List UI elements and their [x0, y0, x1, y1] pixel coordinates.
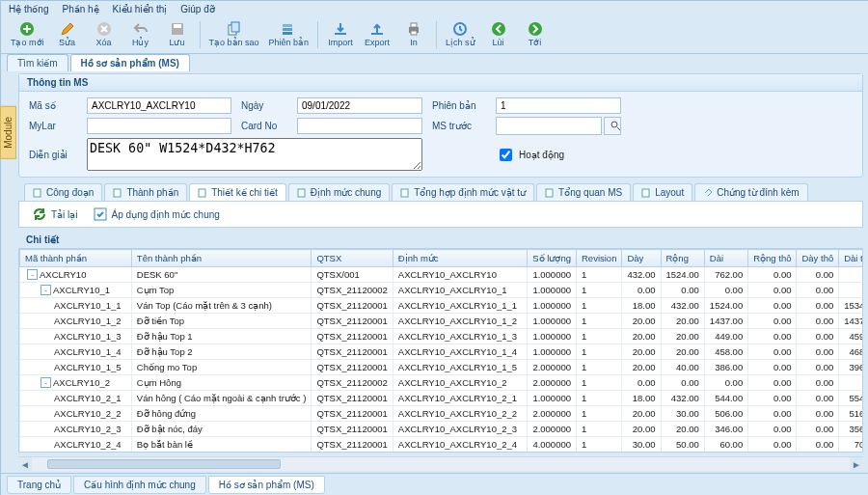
- tab-product[interactable]: Hồ sơ sản phẩm (MS): [70, 54, 190, 71]
- stack-icon: [281, 21, 296, 37]
- column-header[interactable]: Dày thô: [797, 250, 839, 267]
- tree-expander[interactable]: -: [41, 285, 51, 295]
- copy-button[interactable]: Tạo bản sao: [205, 19, 263, 49]
- subtabs: Công đoạn Thành phần Thiết kế chi tiết Đ…: [18, 183, 868, 201]
- column-header[interactable]: Mã thành phần: [20, 250, 132, 267]
- column-header[interactable]: Tên thành phần: [131, 250, 312, 267]
- subtab-dinhmuc[interactable]: Định mức chung: [288, 183, 390, 201]
- subtab-tongquan[interactable]: Tổng quan MS: [536, 183, 631, 201]
- subtab-chitiet[interactable]: Thiết kế chi tiết: [189, 183, 286, 201]
- table-row[interactable]: AXCLRY10_2_4Bọ bắt bàn lềQTSX_21120001AX…: [20, 437, 864, 453]
- cell-rev: 1: [577, 267, 622, 283]
- cell-ten: Đỡ bật nóc, đáy: [131, 422, 312, 437]
- menu-module[interactable]: Phần hệ: [62, 4, 98, 14]
- edit-button[interactable]: Sửa: [50, 19, 85, 49]
- cell-ma: AXCLRY10_2_3: [54, 424, 122, 434]
- input-maso[interactable]: [87, 97, 231, 114]
- cell-ma: AXCLRY10_1_2: [54, 316, 122, 326]
- clock-icon: [452, 21, 468, 37]
- top-tabstrip: Tìm kiếm Hồ sơ sản phẩm (MS): [1, 54, 868, 71]
- footer-tab-config[interactable]: Cấu hình định mức chung: [73, 476, 206, 494]
- subtab-layout[interactable]: Layout: [633, 183, 692, 201]
- detail-grid[interactable]: Mã thành phầnTên thành phầnQTSXĐịnh mứcS…: [18, 248, 863, 453]
- refresh-icon: [33, 207, 46, 221]
- doc-icon: [33, 188, 42, 198]
- column-header[interactable]: Định mức: [393, 250, 528, 267]
- table-row[interactable]: AXCLRY10_1_1Ván Top (Cáo mặt trên & 3 cạ…: [20, 298, 864, 314]
- input-mstruoc[interactable]: [496, 117, 602, 135]
- footer-tab-home[interactable]: Trang chủ: [7, 476, 71, 494]
- reload-button[interactable]: Tải lại: [33, 207, 78, 221]
- version-button[interactable]: Phiên bản: [265, 19, 313, 49]
- table-row[interactable]: -AXCLRY10DESK 60"QTSX/001AXCLRY10_AXCLRY…: [20, 267, 864, 283]
- doc-icon: [545, 188, 555, 198]
- table-row[interactable]: AXCLRY10_2_5Ván đáyQTSX_21120001AXCLRY10…: [20, 453, 864, 454]
- footer-tab-product[interactable]: Hồ sơ sản phẩm (MS): [208, 476, 325, 494]
- menu-view[interactable]: Kiểu hiển thị: [113, 4, 168, 14]
- export-button[interactable]: Export: [360, 19, 394, 49]
- cell-rev: 1: [577, 391, 622, 406]
- copy-icon: [227, 21, 242, 37]
- table-row[interactable]: AXCLRY10_2_1Ván hông ( Cáo mặt ngoài & c…: [20, 391, 864, 406]
- subtab-congdoan[interactable]: Công đoạn: [24, 183, 102, 201]
- column-header[interactable]: Rộng: [661, 250, 704, 267]
- svg-point-17: [611, 122, 617, 127]
- cell-qtsx: QTSX_21120001: [312, 453, 393, 454]
- scroll-thumb[interactable]: [47, 459, 281, 469]
- cell-ma: AXCLRY10_2_2: [54, 408, 122, 419]
- cell-qtsx: QTSX_21120001: [312, 329, 393, 344]
- forward-button[interactable]: Tới: [518, 19, 553, 49]
- tree-expander[interactable]: -: [27, 269, 38, 280]
- input-mylar[interactable]: [87, 118, 231, 134]
- table-row[interactable]: AXCLRY10_1_2Đỡ tiền TopQTSX_21120001AXCL…: [20, 314, 864, 329]
- column-header[interactable]: Dài: [704, 250, 747, 267]
- svg-point-15: [492, 22, 505, 36]
- checkbox-hoatdong[interactable]: [500, 149, 512, 161]
- svg-rect-24: [642, 189, 649, 197]
- cell-ten: Đỡ hông đứng: [131, 406, 312, 422]
- table-row[interactable]: AXCLRY10_1_5Chống mo TopQTSX_21120001AXC…: [20, 360, 864, 375]
- column-header[interactable]: Rộng thô: [748, 250, 797, 267]
- cell-dm: AXCLRY10_AXCLRY10_1: [393, 283, 528, 298]
- subtab-chungtu[interactable]: Chứng từ đính kèm: [694, 183, 807, 201]
- table-row[interactable]: AXCLRY10_2_3Đỡ bật nóc, đáyQTSX_21120001…: [20, 422, 864, 437]
- import-button[interactable]: Import: [323, 19, 358, 49]
- column-header[interactable]: Số lượng: [528, 250, 577, 267]
- horizontal-scrollbar[interactable]: ◄ ►: [18, 456, 863, 471]
- column-header[interactable]: Dài thô: [839, 250, 863, 267]
- new-button[interactable]: Tạo mới: [7, 19, 48, 49]
- table-row[interactable]: -AXCLRY10_1Cụm TopQTSX_21120002AXCLRY10_…: [20, 283, 864, 298]
- table-row[interactable]: AXCLRY10_1_4Đỡ hậu Top 2QTSX_21120001AXC…: [20, 344, 864, 360]
- label-mylar: MyLar: [29, 121, 77, 131]
- input-phienban[interactable]: [496, 97, 621, 114]
- lookup-mstruoc-button[interactable]: [604, 117, 621, 135]
- table-row[interactable]: AXCLRY10_2_2Đỡ hông đứngQTSX_21120001AXC…: [20, 406, 864, 422]
- table-row[interactable]: AXCLRY10_1_3Đỡ hậu Top 1QTSX_21120001AXC…: [20, 329, 864, 344]
- save-button[interactable]: Lưu: [160, 19, 195, 49]
- column-header[interactable]: Dày: [622, 250, 661, 267]
- column-header[interactable]: Revision: [577, 250, 622, 267]
- print-button[interactable]: In: [396, 19, 431, 49]
- subtab-tonghop[interactable]: Tổng hợp định mức vật tư: [392, 183, 534, 201]
- sidebar-module-tab[interactable]: Module: [0, 106, 16, 159]
- menu-help[interactable]: Giúp đỡ: [180, 4, 214, 14]
- scroll-right-arrow[interactable]: ►: [850, 457, 863, 471]
- back-button[interactable]: Lùi: [481, 19, 516, 49]
- table-row[interactable]: -AXCLRY10_2Cụm HôngQTSX_21120002AXCLRY10…: [20, 375, 864, 391]
- disk-icon: [170, 21, 185, 37]
- input-ngay[interactable]: [297, 97, 422, 114]
- tab-search[interactable]: Tìm kiếm: [7, 54, 68, 71]
- label-mstruoc: MS trước: [432, 121, 486, 131]
- input-cardno[interactable]: [297, 118, 422, 134]
- scroll-left-arrow[interactable]: ◄: [18, 457, 32, 471]
- cancel-button[interactable]: Hủy: [123, 19, 158, 49]
- subtab-thanhphan[interactable]: Thành phần: [104, 183, 187, 201]
- tree-expander[interactable]: -: [41, 377, 51, 388]
- menu-system[interactable]: Hệ thống: [9, 4, 48, 14]
- history-button[interactable]: Lịch sử: [442, 19, 479, 49]
- input-diengiai[interactable]: [87, 138, 422, 171]
- delete-button[interactable]: Xóa: [87, 19, 122, 49]
- apply-norm-button[interactable]: Áp dụng định mức chung: [94, 207, 220, 221]
- undo-icon: [133, 21, 149, 37]
- column-header[interactable]: QTSX: [312, 250, 393, 267]
